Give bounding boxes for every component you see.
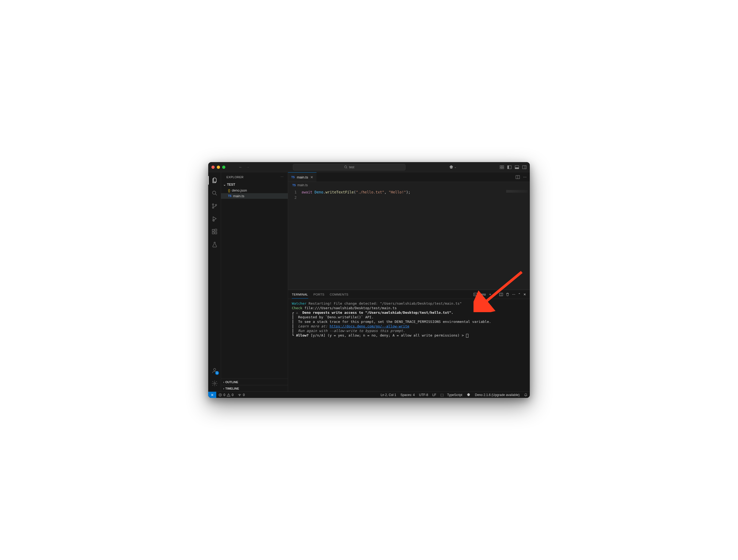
cursor-position[interactable]: Ln 2, Col 1: [378, 393, 398, 397]
maximize-window-button[interactable]: [222, 165, 225, 169]
panel-more-icon[interactable]: ⋯: [512, 293, 515, 297]
ports-status[interactable]: 0: [236, 393, 247, 397]
titlebar: ← → test ⌄: [208, 162, 530, 172]
trace-hint: To see a stack trace for this prompt, se…: [298, 320, 491, 324]
search-icon: [212, 190, 218, 196]
tab-label: main.ts: [297, 175, 308, 179]
command-center-search[interactable]: test: [293, 164, 405, 170]
files-icon: [212, 177, 218, 183]
permission-request: Deno requests write access to "/Users/na…: [302, 311, 453, 315]
svg-point-32: [239, 395, 240, 396]
chevron-right-icon: ›: [223, 381, 224, 384]
identifier: Deno: [315, 190, 323, 194]
nav-forward-icon[interactable]: →: [246, 165, 250, 169]
code-editor[interactable]: 1 2 await Deno.writeTextFile("./hello.tx…: [288, 188, 530, 290]
search-activity[interactable]: [208, 187, 221, 199]
minimap[interactable]: [506, 190, 527, 193]
close-panel-icon[interactable]: ✕: [523, 293, 526, 297]
split-terminal-icon[interactable]: [499, 293, 503, 297]
outline-section[interactable]: › OUTLINE: [221, 379, 288, 385]
file-name: main.ts: [233, 194, 245, 198]
language-status[interactable]: { } TypeScript: [438, 393, 464, 397]
box-char: ┃: [292, 324, 298, 328]
terminal-output[interactable]: Watcher Restarting! File change detected…: [288, 299, 530, 392]
beaker-icon: [212, 241, 218, 248]
folder-root[interactable]: ⌄ TEST: [221, 182, 288, 187]
remote-indicator[interactable]: [208, 392, 216, 398]
window-controls: [212, 165, 225, 169]
panel-tab-terminal[interactable]: TERMINAL: [292, 293, 308, 299]
copilot-icon: [449, 165, 454, 170]
nav-arrows: ← →: [239, 165, 250, 169]
toggle-panel-icon[interactable]: [515, 165, 519, 169]
editor-tabs: TS main.ts ✕ ⋯: [288, 172, 530, 182]
problems-status[interactable]: 0 0: [216, 393, 236, 397]
ts-file-icon: TS: [292, 184, 296, 187]
copilot-status[interactable]: [464, 393, 473, 397]
error-count: 0: [224, 393, 225, 397]
error-icon: [219, 393, 222, 397]
svg-rect-26: [474, 293, 477, 296]
close-window-button[interactable]: [212, 165, 215, 169]
eol-status[interactable]: LF: [430, 393, 438, 397]
svg-rect-3: [502, 165, 504, 167]
vscode-window: ← → test ⌄: [208, 162, 530, 398]
panel-tab-comments[interactable]: COMMENTS: [330, 293, 348, 296]
split-editor-icon[interactable]: [515, 175, 520, 179]
run-debug-activity[interactable]: [208, 213, 221, 225]
extensions-activity[interactable]: [208, 226, 221, 238]
toggle-primary-sidebar-icon[interactable]: [507, 165, 511, 169]
editor-group: TS main.ts ✕ ⋯ TS main.ts 1 2 await Deno…: [288, 172, 530, 392]
file-item-deno-json[interactable]: {} deno.json: [221, 187, 288, 193]
code-content: await Deno.writeTextFile("./hello.txt", …: [302, 188, 410, 290]
box-char: ┃: [292, 329, 298, 333]
indentation-status[interactable]: Spaces: 4: [398, 393, 417, 397]
minimize-window-button[interactable]: [217, 165, 220, 169]
new-terminal-icon[interactable]: ＋: [488, 292, 492, 297]
status-bar: 0 0 0 Ln 2, Col 1 Spaces: 4 UTF-8 LF { }…: [208, 392, 530, 398]
remote-icon: [211, 393, 214, 397]
breadcrumbs[interactable]: TS main.ts: [288, 182, 530, 188]
explorer-activity[interactable]: [208, 174, 221, 186]
toggle-secondary-sidebar-icon[interactable]: [522, 165, 526, 169]
gear-icon: [212, 380, 218, 387]
testing-activity[interactable]: [208, 239, 221, 250]
terminal-shell-label[interactable]: deno: [473, 293, 486, 297]
learn-prefix: Learn more at:: [298, 324, 329, 328]
deno-status[interactable]: Deno 2.1.6 (Upgrade available): [473, 393, 522, 397]
editor-actions: ⋯: [512, 172, 530, 182]
encoding-status[interactable]: UTF-8: [417, 393, 430, 397]
activity-bar: 1: [208, 172, 221, 392]
docs-link[interactable]: https://docs.deno.com/go/--allow-write: [330, 324, 409, 328]
copilot-button[interactable]: ⌄: [449, 165, 456, 170]
sidebar-more-icon[interactable]: ⋯: [281, 175, 284, 179]
svg-point-15: [212, 207, 214, 208]
sidebar-header: EXPLORER ⋯: [221, 172, 288, 182]
requested-by: Requested by `Deno.writeFile()` API.: [298, 315, 374, 319]
panel-tab-ports[interactable]: PORTS: [314, 293, 325, 296]
svg-rect-18: [212, 229, 214, 231]
settings-activity[interactable]: [208, 378, 221, 389]
svg-line-13: [216, 194, 217, 195]
string: "./hello.txt": [356, 190, 384, 194]
svg-rect-10: [522, 165, 526, 169]
customize-layout-icon[interactable]: [500, 165, 504, 169]
file-item-main-ts[interactable]: TS main.ts: [221, 193, 288, 199]
search-text: test: [349, 165, 354, 169]
source-control-activity[interactable]: [208, 200, 221, 212]
maximize-panel-icon[interactable]: ⌃: [518, 293, 521, 297]
close-tab-icon[interactable]: ✕: [310, 175, 313, 179]
timeline-section[interactable]: › TIMELINE: [221, 385, 288, 392]
explorer-sidebar: EXPLORER ⋯ ⌄ TEST {} deno.json TS main.t…: [221, 172, 288, 392]
tab-main-ts[interactable]: TS main.ts ✕: [288, 172, 317, 182]
more-actions-icon[interactable]: ⋯: [523, 175, 526, 179]
svg-rect-4: [500, 167, 502, 169]
terminal-dropdown-icon[interactable]: ⌄: [494, 293, 496, 296]
box-char: ┗: [292, 333, 296, 337]
accounts-activity[interactable]: 1: [208, 365, 221, 377]
watcher-label: Watcher: [292, 302, 307, 306]
notifications-status[interactable]: [522, 393, 530, 397]
kill-terminal-icon[interactable]: [506, 293, 509, 297]
svg-rect-2: [500, 165, 502, 167]
nav-back-icon[interactable]: ←: [239, 165, 242, 169]
